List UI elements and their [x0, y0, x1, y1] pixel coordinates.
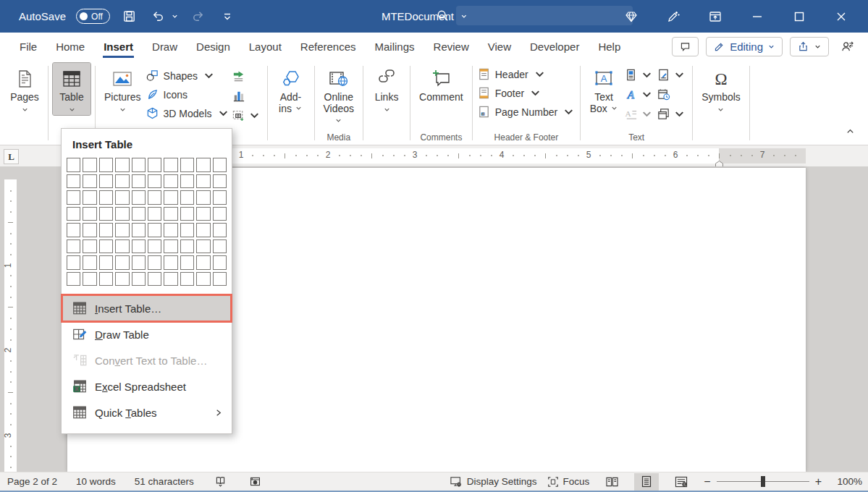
- print-layout-button[interactable]: [634, 473, 659, 491]
- grid-cell[interactable]: [148, 190, 161, 205]
- grid-cell[interactable]: [196, 239, 210, 254]
- web-layout-button[interactable]: [669, 473, 694, 491]
- grid-cell[interactable]: [132, 223, 146, 237]
- grid-cell[interactable]: [132, 272, 146, 287]
- tab-design[interactable]: Design: [187, 34, 240, 59]
- ribbon-display-options-icon[interactable]: [706, 7, 725, 26]
- wordart-button[interactable]: A: [624, 88, 654, 101]
- editing-mode-button[interactable]: Editing: [706, 37, 783, 56]
- grid-cell[interactable]: [99, 174, 113, 189]
- grid-cell[interactable]: [180, 207, 194, 221]
- sparkle-pen-icon[interactable]: [664, 7, 683, 26]
- grid-cell[interactable]: [83, 207, 96, 221]
- tab-developer[interactable]: Developer: [521, 34, 589, 59]
- grid-cell[interactable]: [67, 190, 80, 205]
- tab-home[interactable]: Home: [46, 34, 94, 59]
- pictures-button[interactable]: Pictures: [100, 63, 146, 115]
- grid-cell[interactable]: [132, 158, 146, 172]
- grid-cell[interactable]: [148, 223, 161, 237]
- grid-cell[interactable]: [99, 272, 113, 287]
- word-count[interactable]: 10 words: [76, 476, 116, 487]
- menu-item-quick-tables[interactable]: Quick Tables: [62, 399, 232, 425]
- search-icon[interactable]: [433, 7, 452, 25]
- grid-cell[interactable]: [213, 239, 227, 254]
- grid-cell[interactable]: [213, 207, 227, 221]
- comment-button[interactable]: Comment: [415, 63, 468, 105]
- zoom-slider[interactable]: [717, 481, 809, 482]
- grid-cell[interactable]: [115, 174, 129, 189]
- menu-item-draw-table[interactable]: Draw Table: [62, 321, 232, 347]
- drop-cap-button[interactable]: A: [624, 107, 654, 121]
- grid-cell[interactable]: [196, 207, 210, 221]
- zoom-percentage[interactable]: 100%: [832, 476, 862, 487]
- grid-cell[interactable]: [180, 223, 194, 237]
- grid-cell[interactable]: [164, 190, 177, 205]
- tab-review[interactable]: Review: [424, 34, 479, 59]
- grid-cell[interactable]: [213, 223, 227, 237]
- minimize-button[interactable]: [748, 7, 767, 26]
- grid-cell[interactable]: [180, 158, 194, 172]
- grid-cell[interactable]: [115, 158, 129, 172]
- grid-cell[interactable]: [196, 255, 210, 270]
- close-button[interactable]: [832, 7, 851, 26]
- grid-cell[interactable]: [164, 255, 177, 270]
- header-button[interactable]: Header: [477, 67, 576, 81]
- grid-cell[interactable]: [213, 158, 227, 172]
- tab-insert[interactable]: Insert: [94, 34, 143, 59]
- tab-file[interactable]: File: [10, 34, 46, 59]
- grid-cell[interactable]: [67, 207, 80, 221]
- grid-cell[interactable]: [115, 190, 129, 205]
- menu-item-insert-table[interactable]: Insert Table…: [62, 295, 232, 321]
- grid-cell[interactable]: [180, 255, 194, 270]
- grid-cell[interactable]: [164, 239, 177, 254]
- icons-button[interactable]: Icons: [146, 88, 230, 101]
- grid-cell[interactable]: [196, 158, 210, 172]
- smartart-button[interactable]: [232, 69, 261, 83]
- grid-cell[interactable]: [180, 272, 194, 287]
- grid-cell[interactable]: [164, 207, 177, 221]
- grid-cell[interactable]: [99, 239, 113, 254]
- grid-cell[interactable]: [115, 207, 129, 221]
- grid-cell[interactable]: [180, 174, 194, 189]
- search-box[interactable]: [456, 6, 633, 25]
- grid-cell[interactable]: [213, 174, 227, 189]
- tab-help[interactable]: Help: [589, 34, 630, 59]
- screenshot-button[interactable]: [232, 109, 261, 122]
- autosave-toggle[interactable]: Off: [76, 9, 110, 24]
- read-mode-button[interactable]: [599, 473, 624, 491]
- grid-cell[interactable]: [132, 255, 146, 270]
- links-button[interactable]: Links: [368, 63, 405, 115]
- grid-cell[interactable]: [67, 255, 80, 270]
- grid-cell[interactable]: [83, 158, 96, 172]
- grid-cell[interactable]: [99, 190, 113, 205]
- save-icon[interactable]: [120, 7, 139, 26]
- grid-cell[interactable]: [148, 272, 161, 287]
- grid-cell[interactable]: [164, 158, 177, 172]
- grid-cell[interactable]: [196, 223, 210, 237]
- share-button[interactable]: [790, 37, 829, 56]
- grid-cell[interactable]: [164, 272, 177, 287]
- grid-cell[interactable]: [83, 223, 96, 237]
- footer-button[interactable]: Footer: [477, 86, 576, 100]
- menu-item-excel-spreadsheet[interactable]: XExcel Spreadsheet: [62, 373, 232, 399]
- collapse-ribbon-icon[interactable]: [846, 126, 855, 139]
- object-button[interactable]: [657, 107, 686, 121]
- proofing-check-icon[interactable]: [213, 475, 229, 489]
- undo-chevron-icon[interactable]: [171, 12, 179, 20]
- grid-cell[interactable]: [213, 190, 227, 205]
- grid-cell[interactable]: [83, 190, 96, 205]
- display-settings-button[interactable]: Display Settings: [450, 476, 537, 488]
- grid-cell[interactable]: [67, 239, 80, 254]
- grid-cell[interactable]: [180, 239, 194, 254]
- grid-cell[interactable]: [99, 207, 113, 221]
- online-videos-button[interactable]: OnlineVideos: [319, 63, 359, 126]
- grid-cell[interactable]: [132, 239, 146, 254]
- grid-cell[interactable]: [67, 272, 80, 287]
- signature-line-button[interactable]: [657, 68, 686, 82]
- grid-cell[interactable]: [148, 239, 161, 254]
- character-count[interactable]: 51 characters: [135, 476, 194, 487]
- grid-cell[interactable]: [132, 190, 146, 205]
- page-indicator[interactable]: Page 2 of 2: [7, 476, 57, 487]
- grid-cell[interactable]: [99, 223, 113, 237]
- v-ruler[interactable]: 123: [4, 168, 17, 472]
